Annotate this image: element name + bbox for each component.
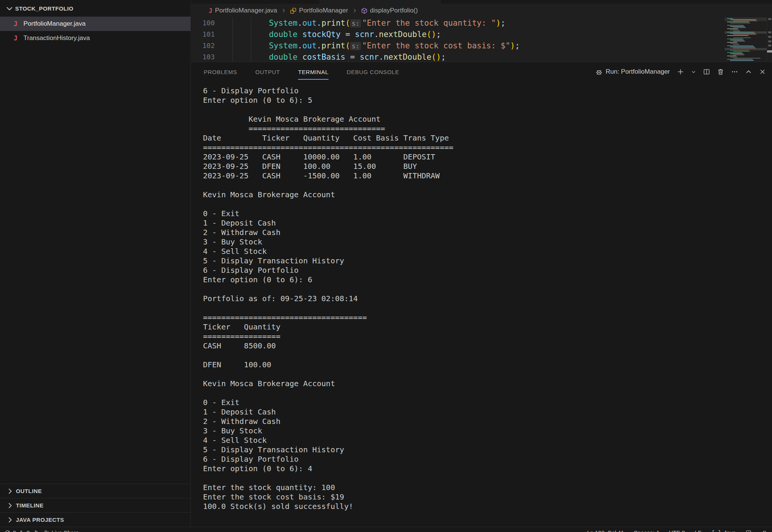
line-number: 100: [191, 17, 215, 29]
cursor-position-status[interactable]: Ln 103, Col 41: [587, 529, 624, 532]
file-item-portfoliomanager-java[interactable]: JPortfolioManager.java: [0, 17, 191, 31]
minimap-code-line: [730, 26, 745, 27]
split-terminal-icon[interactable]: [703, 68, 710, 75]
ruler-decoration: [768, 36, 771, 38]
warning-triangle-icon: [18, 530, 24, 532]
sidebar-section-timeline[interactable]: TIMELINE: [0, 498, 191, 512]
file-item-transactionhistory-java[interactable]: JTransactionHistory.java: [0, 31, 191, 45]
chevron-down-icon: [5, 4, 14, 12]
minimap-code-line: [733, 34, 756, 35]
sidebar-section-java-projects[interactable]: JAVA PROJECTS: [0, 512, 191, 527]
minimap-code-line: [730, 23, 750, 23]
code-line-100: System.out.print(s:"Enter the stock quan…: [231, 17, 520, 29]
minimap-highlight-band: [725, 31, 767, 34]
workspace-title: STOCK_PORTFOLIO: [15, 5, 73, 12]
terminal-output[interactable]: 6 - Display Portfolio Enter option (0 to…: [203, 86, 453, 511]
sidebar-section-label: OUTLINE: [16, 488, 42, 494]
panel-tab-terminal[interactable]: TERMINAL: [298, 62, 329, 82]
minimap-code-line: [727, 52, 742, 53]
minimap-code-line: [730, 46, 755, 47]
java-file-icon: J: [14, 34, 23, 42]
editor-gutter: 100101102103: [191, 17, 215, 62]
language-mode-status[interactable]: { } Java: [711, 529, 736, 532]
kill-terminal-trash-icon[interactable]: [717, 68, 724, 75]
minimap-code-line: [733, 44, 739, 45]
terminal-dropdown-chevron-icon[interactable]: [691, 68, 696, 75]
active-editor-tab-sliver[interactable]: [319, 0, 441, 4]
live-share-icon: [43, 530, 50, 532]
live-share-status[interactable]: Live Share: [43, 529, 79, 532]
file-item-label: TransactionHistory.java: [23, 34, 90, 42]
breadcrumb-class[interactable]: PortfolioManager: [290, 7, 348, 14]
line-number: 102: [191, 40, 215, 51]
minimap-code-line: [730, 19, 756, 20]
editor-tab-bar-sliver: [191, 0, 772, 4]
run-status[interactable]: [34, 530, 40, 532]
sidebar-section-outline[interactable]: OUTLINE: [0, 484, 191, 498]
eol-status[interactable]: LF: [695, 529, 702, 532]
chevron-right-icon: [281, 8, 286, 13]
ruler-decoration: [768, 18, 771, 20]
file-list: JPortfolioManager.javaJTransactionHistor…: [0, 17, 191, 45]
sidebar-section-label: JAVA PROJECTS: [16, 517, 64, 523]
ruler-cursor-mark: [767, 50, 772, 53]
minimap-code-line: [730, 29, 739, 30]
minimap-code-line: [730, 53, 743, 54]
more-actions-ellipsis-icon[interactable]: [731, 68, 738, 75]
minimap-code-line: [733, 27, 746, 28]
minimap-code-line: [733, 20, 757, 21]
line-number: 101: [191, 29, 215, 40]
explorer-section-header[interactable]: STOCK_PORTFOLIO: [0, 0, 191, 17]
line-number: 103: [191, 51, 215, 62]
debug-bug-icon: [595, 68, 602, 75]
minimap-code-line: [727, 18, 733, 19]
minimap-code-line: [733, 41, 745, 42]
minimap-code-line: [727, 35, 749, 36]
bell-icon: [761, 530, 767, 532]
code-line-101: double stockQty = scnr.nextDouble();: [231, 29, 520, 40]
sidebar-bottom-sections: OUTLINETIMELINEJAVA PROJECTS: [0, 484, 191, 527]
parameter-inlay-hint: s:: [350, 19, 361, 28]
minimap-code-line: [727, 56, 736, 56]
panel-tab-output[interactable]: OUTPUT: [255, 62, 280, 82]
minimap[interactable]: [725, 17, 767, 62]
minimap-code-line: [733, 58, 761, 59]
terminal-run-label: Run: PortfolioManager: [606, 68, 670, 76]
minimap-code-line: [733, 51, 750, 52]
notifications-status[interactable]: [761, 530, 767, 532]
minimap-code-line: [730, 60, 754, 61]
encoding-status[interactable]: UTF-8: [669, 529, 685, 532]
ports-status[interactable]: [746, 530, 752, 532]
chevron-right-icon: [6, 516, 14, 524]
bottom-panel: PROBLEMSOUTPUTTERMINALDEBUG CONSOLE Run:…: [191, 62, 772, 527]
remote-window-icon: [746, 530, 752, 532]
explorer-sidebar: STOCK_PORTFOLIO JPortfolioManager.javaJT…: [0, 0, 191, 527]
close-panel-icon[interactable]: [759, 68, 766, 75]
braces-icon: { }: [711, 529, 721, 532]
file-item-label: PortfolioManager.java: [23, 20, 85, 28]
code-editor[interactable]: 100101102103 System.out.print(s:"Enter t…: [191, 17, 772, 62]
maximize-panel-chevron-up-icon[interactable]: [745, 68, 752, 75]
panel-actions: Run: PortfolioManager: [595, 62, 766, 82]
breadcrumb-file[interactable]: J PortfolioManager.java: [209, 7, 277, 14]
new-terminal-plus-icon[interactable]: [677, 68, 684, 75]
chevron-right-icon: [6, 502, 14, 509]
overview-ruler: [767, 17, 772, 62]
ruler-decoration: [768, 45, 771, 46]
panel-tab-problems[interactable]: PROBLEMS: [204, 62, 237, 82]
indentation-status[interactable]: Spaces: 4: [634, 529, 659, 532]
code-line-102: System.out.print(s:"Enter the stock cost…: [231, 40, 520, 51]
ruler-decoration: [768, 31, 771, 33]
status-bar: 0 0 Live Share Ln 103, Col 41 Spaces: 4: [0, 527, 772, 532]
minimap-code-line: [727, 39, 743, 39]
terminal-instance-picker[interactable]: Run: PortfolioManager: [595, 68, 670, 76]
panel-tab-debug-console[interactable]: DEBUG CONSOLE: [347, 62, 399, 82]
problems-status[interactable]: 0 0: [5, 529, 30, 532]
minimap-code-line: [727, 45, 753, 46]
chevron-right-icon: [352, 8, 357, 13]
minimap-code-line: [730, 43, 738, 44]
error-circle-icon: [5, 530, 11, 532]
breadcrumb-method[interactable]: displayPortfolio(): [361, 7, 418, 14]
minimap-code-line: [733, 54, 744, 55]
minimap-code-line: [733, 37, 751, 38]
